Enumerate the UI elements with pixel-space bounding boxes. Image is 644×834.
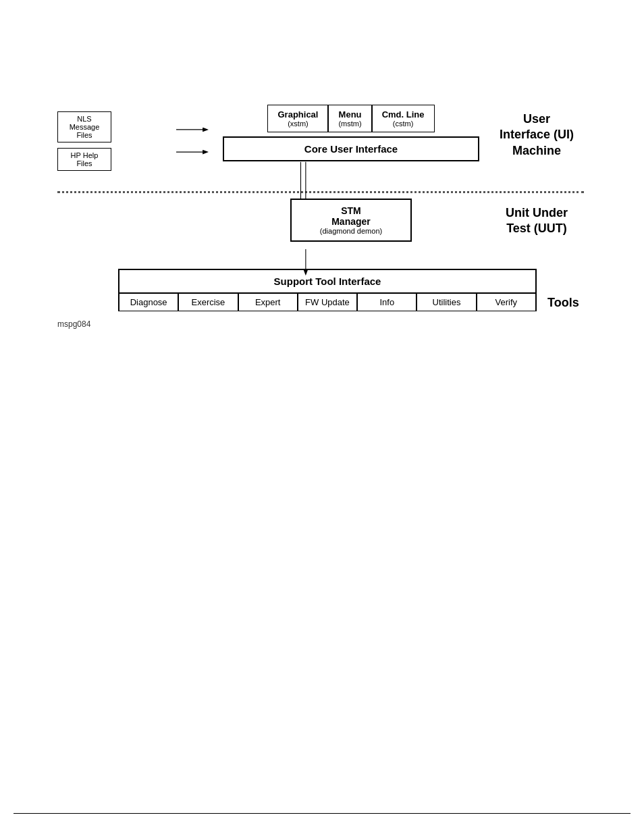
core-ui-box: Core User Interface [223, 136, 479, 161]
left-files: NLSMessageFiles HP HelpFiles [57, 111, 111, 171]
ui-section: NLSMessageFiles HP HelpFiles Graphical (… [57, 105, 584, 171]
ui-machine-label: UserInterface (UI)Machine [489, 111, 584, 159]
tool-fw-update: FW Update [298, 294, 357, 311]
tool-expert: Expert [238, 294, 298, 311]
bottom-rule [14, 813, 630, 814]
dotted-separator [57, 191, 584, 193]
cmdline-sublabel: (cstm) [382, 120, 425, 128]
stm-manager-box: STMManager (diagmond demon) [290, 199, 412, 242]
tools-section: Support Tool Interface Diagnose Exercise… [57, 269, 584, 311]
menu-sublabel: (mstm) [338, 120, 361, 128]
diagram-container: NLSMessageFiles HP HelpFiles Graphical (… [57, 105, 584, 329]
graphical-label: Graphical [277, 109, 318, 120]
nls-message-files-box: NLSMessageFiles [57, 111, 111, 142]
tool-utilities: Utilities [417, 294, 476, 311]
stm-sublabel: (diagmond demon) [305, 227, 397, 235]
stm-label: STMManager [305, 205, 397, 227]
interface-boxes-row: Graphical (xstm) Menu (mstm) Cmd. Line (… [267, 105, 434, 132]
uut-label: Unit UnderTest (UUT) [489, 205, 584, 237]
tools-row: Diagnose Exercise Expert FW Update Info … [118, 294, 537, 311]
menu-box: Menu (mstm) [328, 105, 371, 132]
graphical-sublabel: (xstm) [277, 120, 318, 128]
diagram-caption: mspg084 [57, 319, 584, 329]
tool-info: Info [357, 294, 417, 311]
hp-help-files-box: HP HelpFiles [57, 148, 111, 171]
tools-outside-label: Tools [547, 296, 579, 310]
graphical-box: Graphical (xstm) [267, 105, 328, 132]
uut-section: STMManager (diagmond demon) Unit UnderTe… [57, 199, 584, 242]
menu-label: Menu [338, 109, 361, 120]
cmdline-box: Cmd. Line (cstm) [372, 105, 435, 132]
cmdline-label: Cmd. Line [382, 109, 425, 120]
tool-diagnose: Diagnose [118, 294, 178, 311]
tool-exercise: Exercise [178, 294, 238, 311]
support-tool-interface-box: Support Tool Interface [118, 269, 537, 294]
tool-verify: Verify [477, 294, 537, 311]
